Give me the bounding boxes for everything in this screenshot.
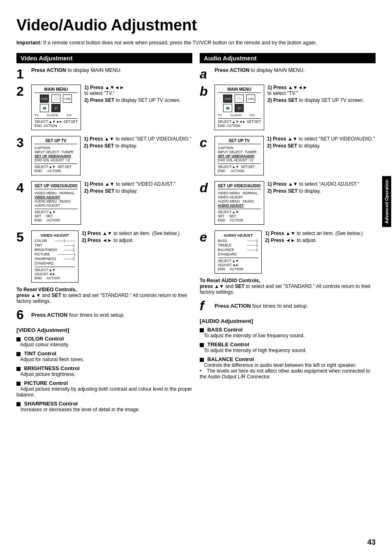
step-1-content: Press ACTION to display MAIN MENU.: [31, 67, 192, 74]
balance-control: BALANCE Control Controls the difference …: [200, 356, 376, 380]
step-f: f Press ACTION four times to end setup.: [200, 299, 376, 312]
step-3-num: 3: [16, 136, 28, 149]
step-a: a Press ACTION to display MAIN MENU.: [200, 67, 376, 81]
brightness-control: BRIGHTNESS Control Adjust picture bright…: [16, 365, 192, 377]
step-a-num: a: [200, 67, 211, 81]
step-4-menu: SET UP VIDEO/AUDIO VIDEO MENU :NORMAL VI…: [31, 181, 81, 225]
step-b: b MAIN MENU DVD 🕐 LNG 📺 s³ TV: [200, 85, 376, 132]
step-1: 1 Press ACTION to display MAIN MENU.: [16, 67, 192, 81]
lang-icon: LNG: [63, 94, 72, 103]
video-controls-header: [VIDEO Adjustment]: [16, 327, 192, 333]
page-title: Video/Audio Adjustment: [16, 16, 376, 34]
step-6-num: 6: [16, 308, 28, 321]
color-control: COLOR Control Adjust colour intensity.: [16, 336, 192, 348]
step-c-num: c: [200, 136, 211, 149]
tv-icon: 📺: [40, 104, 49, 112]
step-d-num: d: [200, 181, 211, 194]
step-d: d SET UP VIDEO/AUDIO VIDEO MENU :NORMAL …: [200, 181, 376, 226]
sharpness-control: SHARPNESS Control Increases or decreases…: [16, 401, 192, 412]
video-controls-section: [VIDEO Adjustment] COLOR Control Adjust …: [16, 327, 192, 412]
page-number: 43: [367, 538, 376, 547]
picture-control: PICTURE Control Adjust picture intensity…: [16, 380, 192, 398]
audio-section-header: Audio Adjustment: [200, 53, 376, 63]
step-4: 4 SET UP VIDEO/AUDIO VIDEO MENU :NORMAL …: [16, 181, 192, 226]
treble-control: TREBLE Control To adjust the intensity o…: [200, 341, 376, 353]
bullet-icon: [16, 402, 21, 406]
clock-icon: 🕐: [51, 94, 60, 103]
step-b-menu: MAIN MENU DVD 🕐 LNG 📺 s³ TV CLOCK: [214, 85, 264, 130]
step-e-num: e: [200, 230, 211, 244]
step-2: 2 MAIN MENU DVD 🕐 LNG 📺 s³ TV: [16, 85, 192, 132]
step-c: c SET UP TV CAPTION INPUT SELECT TUNER S…: [200, 136, 376, 177]
step-2-num: 2: [16, 85, 28, 98]
step-e: e AUDIO ADJUST BASS--------|- TREBLE----…: [200, 230, 376, 274]
step-3-menu: SET UP TV CAPTION INPUT SELECT TUNER SET…: [31, 136, 81, 175]
step-1-num: 1: [16, 67, 28, 81]
audio-adjustment-column: Audio Adjustment a Press ACTION to displ…: [200, 53, 376, 415]
bullet-icon: [200, 343, 204, 347]
important-note: Important: If a remote control button do…: [16, 40, 376, 46]
step-f-text: Press ACTION four times to end setup.: [214, 303, 308, 309]
bass-control: BASS Control To adjust the intensity of …: [200, 327, 376, 339]
step-2-instructions: 1) Press ▲▼◄►to select "TV." 2) Press SE…: [84, 85, 181, 104]
reset-video: To Reset VIDEO Controls, press ▲▼ and SE…: [16, 287, 192, 304]
step-b-num: b: [200, 85, 211, 98]
step-5-num: 5: [16, 230, 28, 244]
step-d-menu: SET UP VIDEO/AUDIO VIDEO MENU :NORMAL VI…: [214, 181, 264, 225]
video-adjustment-column: Video Adjustment 1 Press ACTION to displ…: [16, 53, 192, 415]
step-2-body: MAIN MENU DVD 🕐 LNG 📺 s³ TV CLOCK: [31, 85, 181, 132]
audio-controls-section: [AUDIO Adjustment] BASS Control To adjus…: [200, 318, 376, 380]
bullet-icon: [200, 328, 204, 332]
step-5-menu: VIDEO ADJUST COLOR--------|--------- TIN…: [31, 230, 78, 283]
video-section-header: Video Adjustment: [16, 53, 192, 63]
advanced-operation-label: Advanced Operation: [382, 176, 391, 227]
bullet-icon: [16, 337, 21, 341]
step-2-menu: MAIN MENU DVD 🕐 LNG 📺 s³ TV CLOCK: [31, 85, 81, 130]
step-5: 5 VIDEO ADJUST COLOR--------|--------- T…: [16, 230, 192, 283]
bullet-icon: [16, 367, 21, 371]
tint-control: TINT Control Adjust for natural flesh to…: [16, 350, 192, 362]
step-f-num: f: [200, 299, 211, 312]
audio-controls-header: [AUDIO Adjustment]: [200, 318, 376, 324]
step-6: 6 Press ACTION four times to end setup.: [16, 308, 192, 321]
reset-audio: To Reset AUDIO Controls, press ▲▼ and SE…: [200, 278, 376, 295]
step-3: 3 SET UP TV CAPTION INPUT SELECT TUNER S…: [16, 136, 192, 177]
bullet-icon: [16, 352, 21, 356]
bullet-icon: [200, 358, 204, 362]
step-6-text: Press ACTION four times to end setup.: [31, 312, 125, 318]
step-e-menu: AUDIO ADJUST BASS--------|- TREBLE------…: [214, 230, 262, 274]
dvd-icon: DVD: [40, 94, 49, 103]
bullet-icon: [16, 382, 21, 386]
ch-icon: s³: [51, 104, 60, 112]
step-4-num: 4: [16, 181, 28, 194]
step-c-menu: SET UP TV CAPTION INPUT SELECT TUNER SET…: [214, 136, 264, 175]
